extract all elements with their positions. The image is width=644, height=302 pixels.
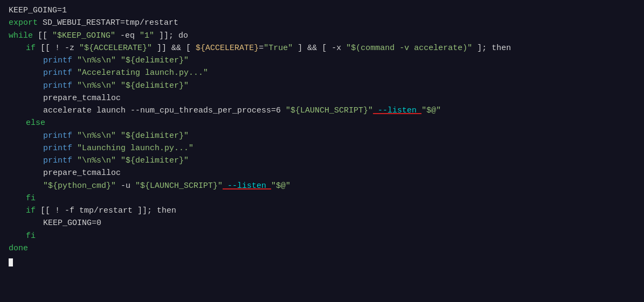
cursor-line xyxy=(9,256,635,268)
code-token: "${ACCELERATE}" xyxy=(79,44,152,53)
code-line: KEEP_GOING=0 xyxy=(9,217,635,229)
code-token: -eq xyxy=(115,31,140,40)
code-token: ]]; do xyxy=(154,31,188,40)
code-token: printf xyxy=(43,144,72,153)
code-line: fi xyxy=(9,230,635,242)
code-token: [[ xyxy=(36,44,55,53)
code-line: prepare_tcmalloc xyxy=(9,167,635,179)
code-token: [[ ! -f tmp/restart ]]; then xyxy=(36,206,176,215)
code-token xyxy=(72,68,77,78)
code-token: "\n%s\n" xyxy=(77,131,116,141)
code-token: "${delimiter}" xyxy=(121,156,189,165)
code-token: printf xyxy=(43,81,72,90)
code-token: if xyxy=(26,206,36,215)
code-token: ]; then xyxy=(472,44,511,53)
code-line: if [[ ! -f tmp/restart ]]; then xyxy=(9,205,635,217)
code-token: "${delimiter}" xyxy=(121,56,189,65)
code-line: export SD_WEBUI_RESTART=tmp/restart xyxy=(9,17,635,29)
code-token: printf xyxy=(43,68,72,78)
code-token: SD_WEBUI_RESTART=tmp/restart xyxy=(43,18,178,27)
code-token: ${ACCELERATE} xyxy=(196,44,259,53)
code-token: KEEP_GOING=1 xyxy=(9,6,67,15)
code-line: if [[ ! -z "${ACCELERATE}" ]] && [ ${ACC… xyxy=(9,42,635,54)
code-line: KEEP_GOING=1 xyxy=(9,4,635,17)
text-cursor xyxy=(9,258,13,266)
code-token: fi xyxy=(26,231,36,241)
code-token: ! xyxy=(55,44,60,53)
code-token: "Launching launch.py..." xyxy=(77,144,193,153)
code-token: printf xyxy=(43,56,72,65)
code-line: printf "Accelerating launch.py..." xyxy=(9,67,635,79)
code-token: ]] && [ xyxy=(152,44,196,53)
code-token: export xyxy=(9,18,43,27)
code-token: "\n%s\n" xyxy=(77,156,116,165)
code-token xyxy=(72,81,77,90)
code-token: ] && [ xyxy=(293,44,331,53)
code-line: printf "Launching launch.py..." xyxy=(9,142,635,154)
code-token xyxy=(72,56,77,65)
code-token: "${delimiter}" xyxy=(121,81,189,90)
code-token: printf xyxy=(43,156,72,165)
code-token: "${delimiter}" xyxy=(121,131,189,141)
code-editor: KEEP_GOING=1export SD_WEBUI_RESTART=tmp/… xyxy=(0,0,644,302)
code-token: "Accelerating launch.py..." xyxy=(77,68,208,78)
code-token: = xyxy=(259,44,264,53)
code-line: prepare_tcmalloc xyxy=(9,92,635,104)
code-line: printf "\n%s\n" "${delimiter}" xyxy=(9,80,635,92)
code-token xyxy=(72,131,77,141)
code-token: prepare_tcmalloc xyxy=(43,168,121,178)
code-line: "${python_cmd}" -u "${LAUNCH_SCRIPT}" --… xyxy=(9,180,635,192)
code-token: [[ xyxy=(38,31,52,40)
code-line: printf "\n%s\n" "${delimiter}" xyxy=(9,130,635,142)
code-token: -x xyxy=(331,44,346,53)
code-token: -u xyxy=(116,181,135,191)
code-token: if xyxy=(26,44,36,53)
code-line: done xyxy=(9,242,635,255)
code-token: printf xyxy=(43,131,72,141)
code-line: printf "\n%s\n" "${delimiter}" xyxy=(9,154,635,167)
code-token: "$(command -v accelerate)" xyxy=(346,44,472,53)
code-token: --listen xyxy=(373,106,421,115)
code-token: while xyxy=(9,31,38,40)
code-content: KEEP_GOING=1export SD_WEBUI_RESTART=tmp/… xyxy=(9,4,635,255)
code-token xyxy=(116,81,121,90)
code-token: "${LAUNCH_SCRIPT}" xyxy=(135,181,223,191)
code-line: else xyxy=(9,117,635,129)
code-line: accelerate launch --num_cpu_threads_per_… xyxy=(9,104,635,117)
code-token: "$KEEP_GOING" xyxy=(52,31,115,40)
code-token: fi xyxy=(26,194,36,203)
code-token: -z xyxy=(60,44,79,53)
code-token xyxy=(116,56,121,65)
code-token: else xyxy=(26,118,45,128)
code-token: "\n%s\n" xyxy=(77,81,116,90)
code-token xyxy=(116,131,121,141)
code-token: "\n%s\n" xyxy=(77,56,116,65)
code-token: "True" xyxy=(264,44,293,53)
code-token xyxy=(72,144,77,153)
code-token: "${python_cmd}" xyxy=(43,181,116,191)
code-token: "${LAUNCH_SCRIPT}" xyxy=(286,106,373,115)
code-token: --listen xyxy=(223,181,271,191)
code-line: fi xyxy=(9,192,635,205)
code-token xyxy=(116,156,121,165)
code-token: KEEP_GOING=0 xyxy=(43,219,101,228)
code-token: done xyxy=(9,244,28,253)
code-token xyxy=(72,156,77,165)
code-token: "$@" xyxy=(421,106,441,115)
code-token: prepare_tcmalloc xyxy=(43,94,121,103)
code-token: "$@" xyxy=(271,181,290,191)
code-line: while [[ "$KEEP_GOING" -eq "1" ]]; do xyxy=(9,30,635,42)
code-token: "1" xyxy=(140,31,154,40)
code-token: accelerate launch --num_cpu_threads_per_… xyxy=(43,106,286,115)
code-line: printf "\n%s\n" "${delimiter}" xyxy=(9,54,635,67)
